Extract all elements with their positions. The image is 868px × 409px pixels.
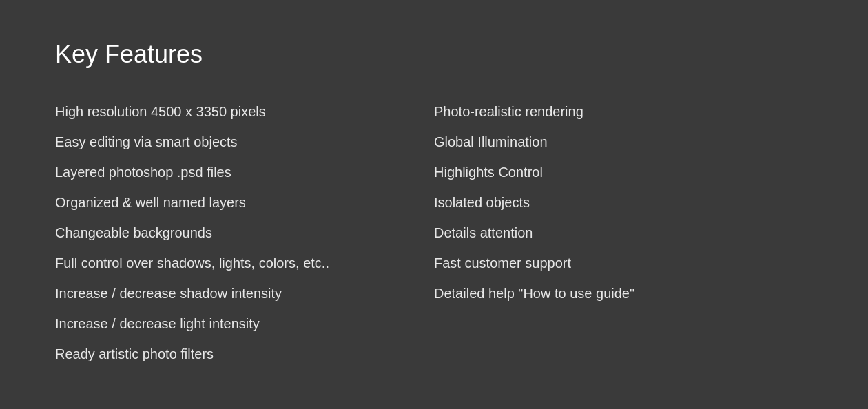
left-feature-item: Changeable backgrounds [55,218,434,248]
left-feature-item: Easy editing via smart objects [55,127,434,157]
left-feature-item: Full control over shadows, lights, color… [55,248,434,278]
right-column: Photo-realistic renderingGlobal Illumina… [434,96,813,369]
left-feature-item: Ready artistic photo filters [55,339,434,369]
right-feature-item: Highlights Control [434,157,813,187]
left-column: High resolution 4500 x 3350 pixelsEasy e… [55,96,434,369]
right-feature-item: Fast customer support [434,248,813,278]
left-feature-item: Organized & well named layers [55,187,434,218]
page-title: Key Features [55,40,813,69]
right-feature-item: Details attention [434,218,813,248]
left-feature-item: Layered photoshop .psd files [55,157,434,187]
features-grid: High resolution 4500 x 3350 pixelsEasy e… [55,96,813,369]
main-container: Key Features High resolution 4500 x 3350… [55,26,813,383]
left-feature-item: Increase / decrease light intensity [55,308,434,339]
right-feature-item: Global Illumination [434,127,813,157]
right-feature-item: Photo-realistic rendering [434,96,813,127]
right-feature-item: Detailed help "How to use guide" [434,278,813,308]
right-feature-item: Isolated objects [434,187,813,218]
left-feature-item: Increase / decrease shadow intensity [55,278,434,308]
left-feature-item: High resolution 4500 x 3350 pixels [55,96,434,127]
